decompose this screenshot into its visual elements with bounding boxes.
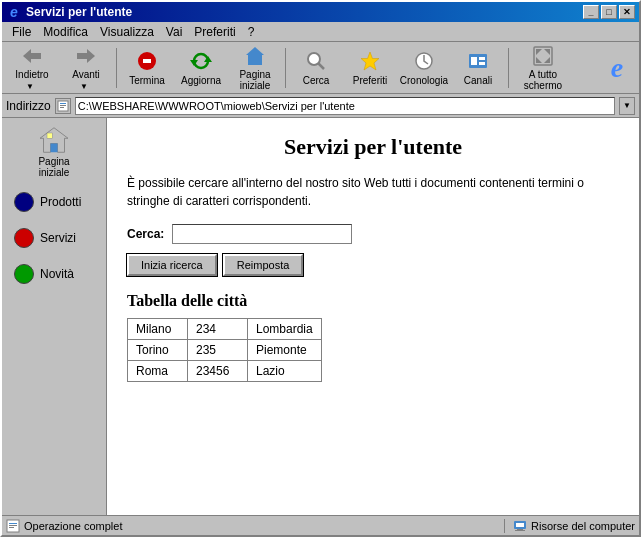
main-window: e Servizi per l'utente _ □ ✕ File Modifi… xyxy=(0,0,641,537)
svg-rect-17 xyxy=(479,62,485,65)
status-text: Operazione complet xyxy=(24,520,122,532)
sep1 xyxy=(116,48,117,88)
favorites-label: Preferiti xyxy=(353,75,387,86)
svg-rect-25 xyxy=(60,105,66,106)
maximize-button[interactable]: □ xyxy=(601,5,617,19)
servizi-label: Servizi xyxy=(40,231,76,245)
svg-marker-22 xyxy=(544,57,550,63)
window-title: Servizi per l'utente xyxy=(26,5,132,19)
history-button[interactable]: Cronologia xyxy=(398,45,450,91)
history-icon xyxy=(412,49,436,73)
back-button[interactable]: Indietro ▼ xyxy=(6,45,58,91)
svg-rect-3 xyxy=(77,53,87,59)
table-cell-city: Torino xyxy=(128,340,188,361)
favorites-button[interactable]: Preferiti xyxy=(344,45,396,91)
svg-rect-37 xyxy=(515,530,525,531)
status-bar: Operazione complet Risorse del computer xyxy=(2,515,639,535)
stop-button[interactable]: Termina xyxy=(121,45,173,91)
home-toolbar-button[interactable]: Pagina iniziale xyxy=(229,45,281,91)
servizi-dot xyxy=(14,228,34,248)
status-computer-text: Risorse del computer xyxy=(531,520,635,532)
back-label: Indietro xyxy=(15,69,48,80)
ie-logo-letter: e xyxy=(611,52,623,84)
menu-help[interactable]: ? xyxy=(242,23,261,41)
table-cell-region: Lombardia xyxy=(248,319,322,340)
forward-arrow: ▼ xyxy=(80,82,88,91)
back-icon xyxy=(20,45,44,67)
address-bar: Indirizzo ▼ xyxy=(2,94,639,118)
home-sidebar-icon xyxy=(38,126,70,154)
reset-button[interactable]: Reimposta xyxy=(223,254,304,276)
search-button[interactable]: Cerca xyxy=(290,45,342,91)
nav-novita[interactable]: Novità xyxy=(10,262,98,286)
page-description: È possibile cercare all'interno del nost… xyxy=(127,174,619,210)
main-area: Pagina iniziale Prodotti Servizi Novità … xyxy=(2,118,639,515)
forward-button[interactable]: Avanti ▼ xyxy=(60,45,112,91)
channels-button[interactable]: Canali xyxy=(452,45,504,91)
close-button[interactable]: ✕ xyxy=(619,5,635,19)
svg-rect-9 xyxy=(252,59,258,65)
table-cell-code: 234 xyxy=(188,319,248,340)
menu-visualizza[interactable]: Visualizza xyxy=(94,23,160,41)
novita-label: Novità xyxy=(40,267,74,281)
search-start-button[interactable]: Inizia ricerca xyxy=(127,254,217,276)
svg-line-11 xyxy=(318,63,324,69)
back-arrow: ▼ xyxy=(26,82,34,91)
svg-marker-12 xyxy=(361,52,379,70)
refresh-button[interactable]: Aggiorna xyxy=(175,45,227,91)
fullscreen-label: A tutto schermo xyxy=(524,69,562,91)
address-dropdown[interactable]: ▼ xyxy=(619,97,635,115)
svg-marker-21 xyxy=(536,57,542,63)
toolbar: Indietro ▼ Avanti ▼ Termina xyxy=(2,42,639,94)
fullscreen-icon xyxy=(531,45,555,67)
search-field-label: Cerca: xyxy=(127,227,164,241)
svg-marker-2 xyxy=(87,49,95,63)
menu-bar: File Modifica Visualizza Vai Preferiti ? xyxy=(2,22,639,42)
svg-marker-20 xyxy=(544,49,550,55)
home-toolbar-icon xyxy=(243,45,267,67)
search-icon xyxy=(304,49,328,73)
stop-icon xyxy=(135,49,159,73)
table-row: Milano234Lombardia xyxy=(128,319,322,340)
menu-vai[interactable]: Vai xyxy=(160,23,188,41)
sep2 xyxy=(285,48,286,88)
sep3 xyxy=(508,48,509,88)
table-title: Tabella delle città xyxy=(127,292,619,310)
status-right: Risorse del computer xyxy=(504,519,635,533)
nav-prodotti[interactable]: Prodotti xyxy=(10,190,98,214)
refresh-label: Aggiorna xyxy=(181,75,221,86)
svg-rect-31 xyxy=(9,523,17,524)
svg-marker-0 xyxy=(23,49,31,63)
home-sidebar-button[interactable]: Pagina iniziale xyxy=(38,126,70,178)
table-cell-city: Milano xyxy=(128,319,188,340)
history-label: Cronologia xyxy=(400,75,448,86)
button-row: Inizia ricerca Reimposta xyxy=(127,254,619,276)
menu-preferiti[interactable]: Preferiti xyxy=(188,23,241,41)
menu-file[interactable]: File xyxy=(6,23,37,41)
minimize-button[interactable]: _ xyxy=(583,5,599,19)
cities-table: Milano234LombardiaTorino235PiemonteRoma2… xyxy=(127,318,322,382)
search-row: Cerca: xyxy=(127,224,619,244)
page-title: Servizi per l'utente xyxy=(127,134,619,160)
prodotti-label: Prodotti xyxy=(40,195,81,209)
svg-rect-26 xyxy=(60,107,64,108)
title-bar-buttons: _ □ ✕ xyxy=(583,5,635,19)
favorites-icon xyxy=(358,49,382,73)
table-row: Torino235Piemonte xyxy=(128,340,322,361)
svg-rect-32 xyxy=(9,525,17,526)
nav-servizi[interactable]: Servizi xyxy=(10,226,98,250)
title-bar: e Servizi per l'utente _ □ ✕ xyxy=(2,2,639,22)
address-page-icon xyxy=(55,98,71,114)
status-left: Operazione complet xyxy=(6,519,504,533)
table-cell-code: 235 xyxy=(188,340,248,361)
forward-icon xyxy=(74,45,98,67)
table-cell-city: Roma xyxy=(128,361,188,382)
search-field[interactable] xyxy=(172,224,352,244)
address-input[interactable] xyxy=(75,97,615,115)
fullscreen-button[interactable]: A tutto schermo xyxy=(513,45,573,91)
svg-rect-33 xyxy=(9,527,14,528)
refresh-icon xyxy=(189,49,213,73)
svg-rect-24 xyxy=(60,103,66,104)
menu-modifica[interactable]: Modifica xyxy=(37,23,94,41)
forward-label: Avanti xyxy=(72,69,100,80)
